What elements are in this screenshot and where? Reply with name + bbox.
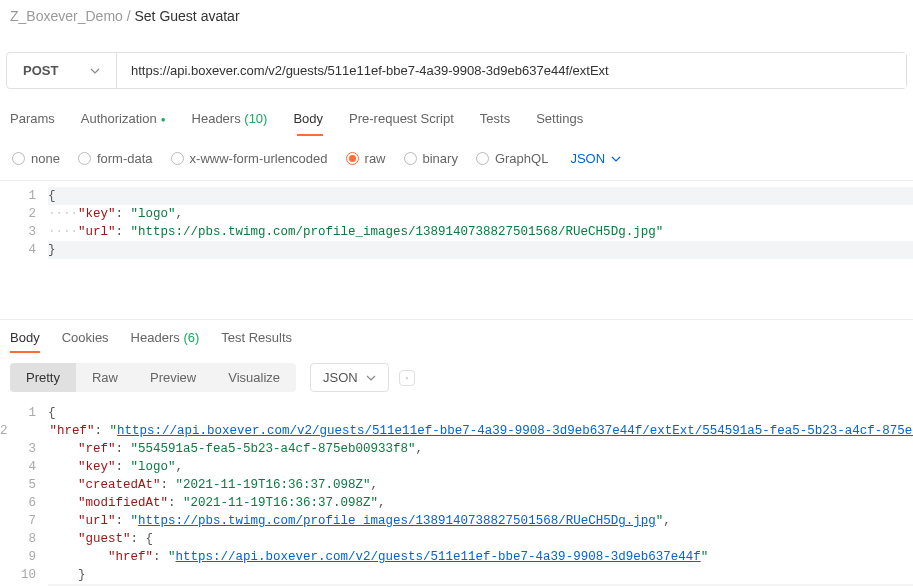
radio-graphql[interactable]: GraphQL [476,151,548,166]
response-format-label: JSON [323,370,358,385]
tab-body[interactable]: Body [293,105,323,136]
wrap-lines-button[interactable] [399,370,415,386]
radio-icon [346,152,359,165]
radio-icon [12,152,25,165]
wrap-icon [406,370,408,386]
viewtab-raw[interactable]: Raw [76,363,134,392]
tab-authorization[interactable]: Authorization [81,105,166,136]
radio-formdata[interactable]: form-data [78,151,153,166]
response-toolbar: Pretty Raw Preview Visualize JSON [0,353,913,398]
breadcrumb-collection[interactable]: Z_Boxever_Demo [10,8,123,24]
radio-icon [476,152,489,165]
line-number: 9 [0,548,48,566]
request-body-editor[interactable]: 1{ 2····"key": "logo", 3····"url": "http… [0,181,913,279]
response-tab-headers-count: (6) [183,330,199,345]
http-method-label: POST [23,63,58,78]
response-body-viewer[interactable]: 1{ 2 "href": "https://api.boxever.com/v2… [0,398,913,586]
line-number: 1 [0,404,48,422]
response-tab-headers-label: Headers [131,330,180,345]
breadcrumb-title: Set Guest avatar [135,8,240,24]
request-row: POST [6,52,907,89]
radio-icon [404,152,417,165]
radio-icon [171,152,184,165]
tab-headers-count: (10) [244,111,267,126]
line-number: 7 [0,512,48,530]
chevron-down-icon [611,154,621,164]
response-view-tabs: Pretty Raw Preview Visualize [10,363,296,392]
http-method-select[interactable]: POST [7,53,117,88]
breadcrumb-separator: / [127,8,131,24]
tab-tests[interactable]: Tests [480,105,510,136]
line-number: 4 [0,458,48,476]
chevron-down-icon [366,373,376,383]
radio-raw[interactable]: raw [346,151,386,166]
raw-type-select[interactable]: JSON [570,151,621,166]
radio-binary[interactable]: binary [404,151,458,166]
radio-icon [78,152,91,165]
response-tab-body[interactable]: Body [10,320,40,353]
line-number: 3 [0,223,48,241]
radio-none[interactable]: none [12,151,60,166]
viewtab-pretty[interactable]: Pretty [10,363,76,392]
viewtab-visualize[interactable]: Visualize [212,363,296,392]
line-number: 3 [0,440,48,458]
body-type-row: none form-data x-www-form-urlencoded raw… [0,137,913,181]
line-number: 5 [0,476,48,494]
radio-xwww[interactable]: x-www-form-urlencoded [171,151,328,166]
tab-headers[interactable]: Headers (10) [192,105,268,136]
response-format-select[interactable]: JSON [310,363,389,392]
line-number: 8 [0,530,48,548]
response-tab-headers[interactable]: Headers (6) [131,320,200,353]
raw-type-label: JSON [570,151,605,166]
line-number: 2 [0,422,20,440]
request-url-input[interactable] [117,53,906,88]
response-tab-cookies[interactable]: Cookies [62,320,109,353]
tab-settings[interactable]: Settings [536,105,583,136]
line-number: 10 [0,566,48,584]
request-tabs: Params Authorization Headers (10) Body P… [0,105,913,137]
line-number: 1 [0,187,48,205]
tab-params[interactable]: Params [10,105,55,136]
line-number: 6 [0,494,48,512]
tab-prerequest[interactable]: Pre-request Script [349,105,454,136]
line-number: 2 [0,205,48,223]
response-tabs: Body Cookies Headers (6) Test Results [0,319,913,353]
chevron-down-icon [90,66,100,76]
breadcrumb: Z_Boxever_Demo / Set Guest avatar [0,0,913,32]
response-tab-testresults[interactable]: Test Results [221,320,292,353]
viewtab-preview[interactable]: Preview [134,363,212,392]
tab-headers-label: Headers [192,111,241,126]
line-number: 4 [0,241,48,259]
